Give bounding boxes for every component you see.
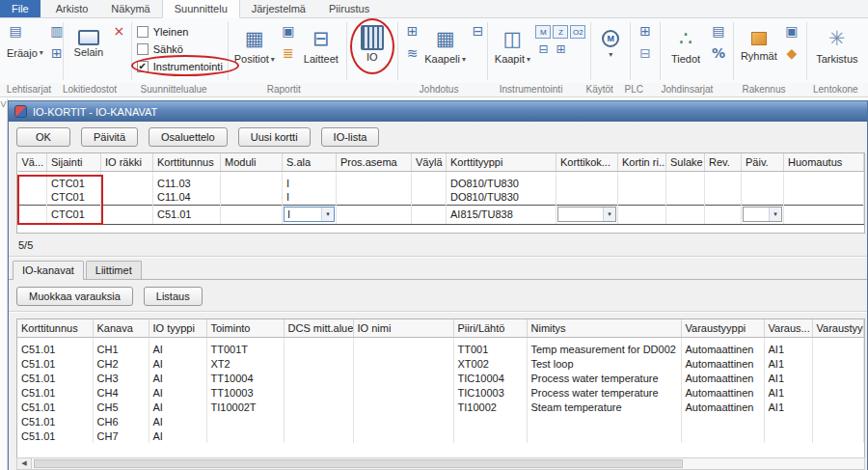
column-header[interactable]: S.ala xyxy=(283,153,337,171)
log-clear-icon[interactable]: × xyxy=(112,21,126,41)
scrollbar-thumb[interactable] xyxy=(34,459,683,468)
cell[interactable]: AI1 xyxy=(764,356,812,371)
column-header[interactable]: Nimitys xyxy=(527,319,681,337)
column-header[interactable]: Korttikok... xyxy=(556,153,618,171)
table-row[interactable]: C51.01CH7AI xyxy=(17,429,864,443)
cell[interactable]: AI xyxy=(149,356,206,371)
wiring-waves-icon[interactable]: ≋ xyxy=(403,43,422,63)
plc-import-icon[interactable]: ⊞ xyxy=(636,21,655,41)
cell[interactable] xyxy=(18,176,47,190)
column-header[interactable]: Rev. xyxy=(705,153,742,171)
column-header[interactable]: Päiv. xyxy=(742,153,784,171)
cell[interactable] xyxy=(412,205,447,224)
cell[interactable] xyxy=(742,190,784,205)
column-header[interactable]: Moduli xyxy=(221,153,283,171)
cell[interactable]: AI xyxy=(149,414,206,429)
cell[interactable] xyxy=(206,414,284,429)
instrument-grid-icon[interactable]: ⊞ xyxy=(553,41,568,57)
cell[interactable]: DO810/TU830 xyxy=(447,176,556,190)
tab-liittimet[interactable]: Liittimet xyxy=(86,261,142,279)
cell[interactable] xyxy=(681,414,764,429)
cell[interactable]: CTC01 xyxy=(47,176,101,190)
cell[interactable] xyxy=(812,371,864,385)
column-header[interactable]: Toiminto xyxy=(206,319,284,337)
combo-arrow-icon[interactable]: ▾ xyxy=(603,207,615,221)
cell[interactable] xyxy=(812,400,864,414)
cell[interactable] xyxy=(556,176,618,190)
cell[interactable] xyxy=(784,190,864,205)
tiedot-button[interactable]: ∴ Tiedot xyxy=(665,21,706,81)
column-header[interactable]: IO räkki xyxy=(101,153,153,171)
cell[interactable]: AI815/TU838 xyxy=(447,205,556,224)
listaus-button[interactable]: Listaus xyxy=(144,287,203,306)
table-row[interactable]: C51.01CH4AITT10003TIC10003Process water … xyxy=(17,385,864,400)
cell[interactable] xyxy=(618,205,666,224)
cell[interactable] xyxy=(742,176,784,190)
cell[interactable]: TI10002T xyxy=(206,400,284,414)
table-row[interactable]: C51.01CH5AITI10002TTI10002Steam temperat… xyxy=(17,400,864,414)
cell[interactable] xyxy=(764,429,812,443)
cell[interactable]: C51.01 xyxy=(17,371,93,385)
cell[interactable]: CH7 xyxy=(93,429,149,443)
cell[interactable] xyxy=(353,414,453,429)
cell[interactable] xyxy=(705,176,742,190)
cell[interactable] xyxy=(453,414,527,429)
cell[interactable] xyxy=(101,205,153,224)
cell[interactable] xyxy=(784,176,864,190)
cell[interactable]: CH1 xyxy=(93,342,149,356)
cell[interactable]: CH6 xyxy=(93,414,149,429)
cell[interactable]: TT10003 xyxy=(206,385,284,400)
cell[interactable]: C51.01 xyxy=(17,356,93,371)
cell[interactable] xyxy=(353,429,453,443)
tab-jarjestelma[interactable]: Järjestelmä xyxy=(240,0,317,17)
combo-box[interactable]: ▾ xyxy=(743,207,782,222)
tab-piirustus[interactable]: Piirustus xyxy=(317,0,381,17)
cell[interactable] xyxy=(705,190,742,205)
cell[interactable] xyxy=(353,342,453,356)
ok-button[interactable]: OK xyxy=(16,127,70,147)
cell[interactable] xyxy=(337,190,412,205)
column-header[interactable]: Vä... xyxy=(18,153,47,171)
cell[interactable] xyxy=(284,400,353,414)
cell[interactable] xyxy=(812,429,864,443)
cell[interactable]: AI1 xyxy=(764,385,812,400)
table-row[interactable]: CTC01C51.01I▾AI815/TU838▾▾ xyxy=(18,205,864,224)
cell[interactable]: DO810/TU830 xyxy=(447,190,556,205)
cell[interactable]: C11.03 xyxy=(153,176,221,190)
cell[interactable] xyxy=(353,385,453,400)
cell[interactable] xyxy=(353,371,453,385)
cell[interactable]: AI xyxy=(149,429,206,443)
cell[interactable]: CH3 xyxy=(93,371,149,385)
cell[interactable] xyxy=(412,176,447,190)
cell[interactable] xyxy=(812,356,864,371)
horizontal-scrollbar[interactable]: ◀ xyxy=(16,457,865,470)
cell[interactable]: I▾ xyxy=(283,205,337,224)
cell[interactable]: C51.01 xyxy=(17,385,93,400)
cell[interactable] xyxy=(284,356,353,371)
uusi-kortti-button[interactable]: Uusi kortti xyxy=(238,127,311,147)
z-symbol-icon[interactable]: Z xyxy=(553,25,568,39)
cell[interactable] xyxy=(284,429,353,443)
column-header[interactable]: Korttitunnus xyxy=(153,153,221,171)
cell[interactable]: C51.01 xyxy=(17,342,93,356)
dialog-titlebar[interactable]: IO-KORTIT - IO-KANAVAT xyxy=(9,101,867,122)
paivita-button[interactable]: Päivitä xyxy=(81,127,138,147)
cell[interactable] xyxy=(666,190,705,205)
cell[interactable]: Automaattinen xyxy=(681,371,764,385)
table-row[interactable]: CTC01C11.04IDO810/TU830 xyxy=(18,190,864,205)
tab-suunnittelu[interactable]: Suunnittelu xyxy=(162,0,240,18)
cell[interactable]: AI xyxy=(149,371,206,385)
cell[interactable]: Process water temperature xyxy=(527,371,681,385)
cell[interactable]: Process water temperature xyxy=(527,385,681,400)
eraajo-button[interactable]: Eräajo▾ xyxy=(6,43,44,63)
cell[interactable] xyxy=(18,205,47,224)
cell[interactable]: XT2 xyxy=(206,356,284,371)
wiring-grid-icon[interactable]: ⊞ xyxy=(403,21,422,41)
cell[interactable] xyxy=(527,429,681,443)
cell[interactable]: Automaattinen xyxy=(681,385,764,400)
combo-arrow-icon[interactable]: ▾ xyxy=(321,207,334,221)
cell[interactable]: Automaattinen xyxy=(681,342,764,356)
column-header[interactable]: Varaustyyli xyxy=(812,319,864,337)
cell[interactable] xyxy=(556,190,618,205)
cell[interactable]: TIC10003 xyxy=(453,385,527,400)
